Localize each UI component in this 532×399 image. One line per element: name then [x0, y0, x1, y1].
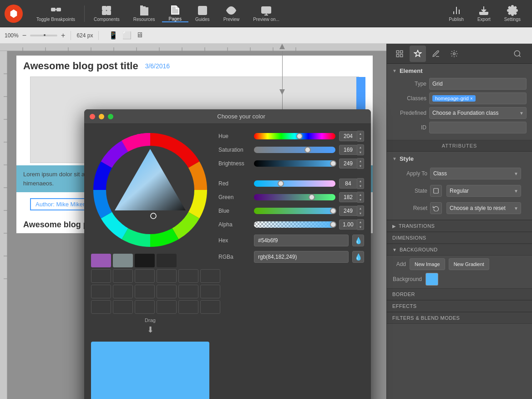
swatch-empty-5[interactable]: [178, 269, 198, 283]
swatch-empty-14[interactable]: [113, 300, 133, 314]
brightness-up[interactable]: ▲: [357, 159, 364, 164]
swatch-empty-6[interactable]: [200, 269, 220, 283]
publish-btn[interactable]: Publish: [442, 5, 471, 22]
element-arrow[interactable]: ▼: [392, 68, 397, 73]
swatch-empty-7[interactable]: [91, 285, 111, 298]
alpha-down[interactable]: ▼: [357, 225, 364, 230]
filters-bar[interactable]: FILTERS & BLEND MODES: [387, 312, 532, 324]
green-down[interactable]: ▼: [357, 197, 364, 202]
maximize-btn[interactable]: [108, 114, 113, 119]
green-thumb[interactable]: [309, 194, 315, 200]
alpha-value[interactable]: [339, 220, 357, 230]
hue-value[interactable]: [339, 131, 357, 141]
mobile-icon[interactable]: 📱: [109, 31, 118, 40]
swatch-empty-16[interactable]: [157, 300, 177, 314]
state-select[interactable]: Regular: [446, 185, 521, 197]
brightness-thumb[interactable]: [330, 160, 336, 167]
classes-input[interactable]: homepage-grid ×: [429, 92, 527, 104]
swatch-empty-18[interactable]: [200, 300, 220, 314]
swatch-empty-15[interactable]: [135, 300, 155, 314]
preview-on-btn[interactable]: Preview on...: [246, 5, 286, 22]
swatch-empty-2[interactable]: [113, 269, 133, 283]
alpha-up[interactable]: ▲: [357, 220, 364, 225]
reset-select[interactable]: Choose a style to reset: [446, 202, 521, 214]
swatch-empty-10[interactable]: [157, 285, 177, 298]
swatch-empty-13[interactable]: [91, 300, 111, 314]
rgba-input[interactable]: [254, 251, 349, 263]
brightness-value[interactable]: [339, 159, 357, 169]
bg-color-swatch[interactable]: [426, 273, 438, 286]
export-btn[interactable]: Export: [471, 5, 497, 22]
tab-layers[interactable]: [391, 46, 408, 62]
tablet-icon[interactable]: ⬜: [122, 31, 132, 40]
green-slider[interactable]: [254, 194, 335, 200]
app-logo[interactable]: [5, 5, 23, 23]
swatch-3[interactable]: [157, 254, 177, 267]
blue-down[interactable]: ▼: [357, 211, 364, 216]
eyedropper-btn[interactable]: 💧: [352, 235, 364, 246]
red-value[interactable]: [339, 179, 357, 189]
saturation-down[interactable]: ▼: [357, 150, 364, 155]
saturation-thumb[interactable]: [304, 147, 311, 153]
style-arrow[interactable]: ▼: [392, 156, 397, 161]
swatch-empty-3[interactable]: [135, 269, 155, 283]
attributes-bar[interactable]: ATTRIBUTES: [387, 140, 532, 152]
effects-bar[interactable]: EFFECTS: [387, 300, 532, 312]
swatch-empty-17[interactable]: [178, 300, 198, 314]
swatch-1[interactable]: [113, 254, 133, 267]
reset-icon-btn[interactable]: [430, 202, 442, 214]
swatch-2[interactable]: [135, 254, 155, 267]
components-btn[interactable]: Components: [87, 5, 127, 22]
blue-slider[interactable]: [254, 208, 335, 214]
zoom-out-btn[interactable]: −: [22, 31, 26, 40]
brightness-slider[interactable]: [254, 160, 335, 167]
swatch-empty-9[interactable]: [135, 285, 155, 298]
tab-style[interactable]: [410, 46, 426, 62]
resources-btn[interactable]: Resources: [127, 5, 162, 22]
new-gradient-btn[interactable]: New Gradient: [449, 258, 489, 270]
id-input[interactable]: [429, 122, 527, 133]
swatch-empty-12[interactable]: [200, 285, 220, 298]
apply-to-select[interactable]: Class: [430, 168, 521, 179]
hue-thumb[interactable]: [296, 133, 303, 139]
tab-gear[interactable]: [446, 46, 462, 62]
zoom-in-btn[interactable]: +: [61, 31, 65, 40]
swatch-empty-4[interactable]: [157, 269, 177, 283]
class-tag[interactable]: homepage-grid ×: [432, 95, 476, 102]
color-picker-dialog[interactable]: Choose your color: [84, 109, 371, 399]
alpha-slider[interactable]: [254, 221, 335, 228]
state-icon-btn[interactable]: [430, 185, 442, 197]
pages-btn[interactable]: Pages: [162, 5, 188, 22]
dimensions-bar[interactable]: DIMENSIONS: [387, 232, 532, 244]
brightness-down[interactable]: ▼: [357, 164, 364, 169]
border-bar[interactable]: BORDER: [387, 288, 532, 300]
alpha-thumb[interactable]: [330, 221, 336, 228]
hex-input[interactable]: [254, 235, 349, 246]
color-wheel[interactable]: [91, 131, 209, 249]
preview-btn[interactable]: Preview: [217, 5, 247, 22]
rgba-eyedropper-btn[interactable]: 💧: [352, 251, 364, 263]
hue-down[interactable]: ▼: [357, 136, 364, 141]
minimize-btn[interactable]: [99, 114, 104, 119]
hue-up[interactable]: ▲: [357, 131, 364, 136]
saturation-slider[interactable]: [254, 147, 335, 153]
red-slider[interactable]: [254, 180, 335, 187]
background-bar[interactable]: ▼ BACKGROUND: [387, 244, 532, 256]
saturation-value[interactable]: [339, 145, 357, 155]
blue-up[interactable]: ▲: [357, 206, 364, 211]
saturation-up[interactable]: ▲: [357, 145, 364, 150]
predefined-select[interactable]: Choose a Foundation class: [429, 107, 527, 119]
tab-pen[interactable]: [428, 46, 444, 62]
transitions-bar[interactable]: ▶ TRANSITIONS: [387, 220, 532, 232]
desktop-icon[interactable]: 🖥: [136, 31, 143, 40]
blue-thumb[interactable]: [330, 208, 336, 214]
red-thumb[interactable]: [278, 180, 284, 187]
class-tag-remove[interactable]: ×: [470, 96, 473, 101]
close-btn[interactable]: [90, 114, 95, 119]
tab-search[interactable]: [509, 46, 526, 62]
type-input[interactable]: [429, 78, 527, 90]
blue-value[interactable]: [339, 206, 357, 216]
guides-btn[interactable]: Guides: [188, 5, 217, 22]
green-value[interactable]: [339, 192, 357, 202]
toggle-breakpoints-btn[interactable]: Toggle Breakpoints: [30, 5, 82, 22]
